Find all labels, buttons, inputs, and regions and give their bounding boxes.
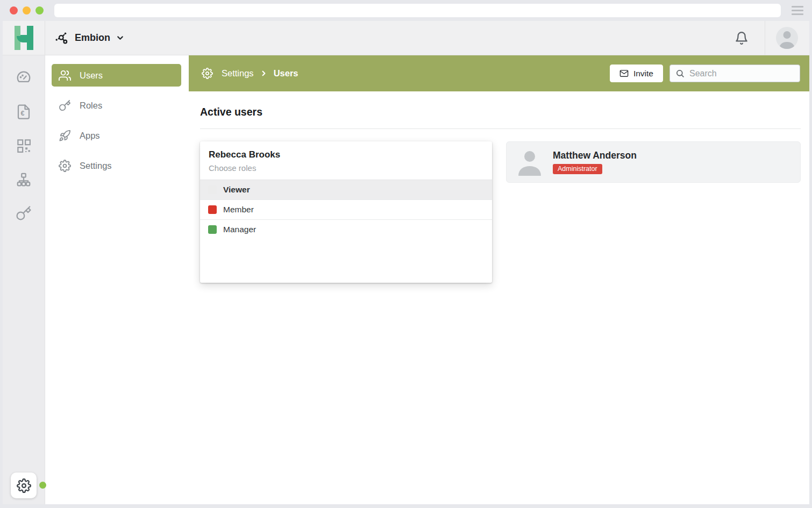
role-color-swatch xyxy=(208,225,217,234)
chevron-right-icon xyxy=(260,69,268,77)
cards-row: Rebecca Brooks Choose roles Viewer Membe… xyxy=(200,141,801,283)
toolbar-actions: Invite xyxy=(610,65,800,82)
invite-button[interactable]: Invite xyxy=(610,65,663,82)
role-option-manager[interactable]: Manager xyxy=(200,219,492,239)
h-logo-icon xyxy=(13,26,34,50)
breadcrumb-users: Users xyxy=(274,68,298,78)
sidebar-nav: Users Roles Apps xyxy=(45,55,189,504)
breadcrumb-settings[interactable]: Settings xyxy=(222,68,254,78)
role-option-label: Viewer xyxy=(223,185,250,195)
key-icon xyxy=(59,99,71,112)
rocket-icon xyxy=(59,130,71,142)
avatar-silhouette-icon xyxy=(517,149,542,176)
browser-menu-icon[interactable] xyxy=(792,6,803,15)
svg-text:€: € xyxy=(21,110,25,117)
role-option-member[interactable]: Member xyxy=(200,199,492,219)
invite-button-label: Invite xyxy=(633,69,653,78)
app-body: € xyxy=(3,55,809,504)
sidebar-item-label: Settings xyxy=(80,161,112,171)
sidebar-item-label: Apps xyxy=(80,131,100,141)
content-area: Active users Rebecca Brooks Choose roles… xyxy=(189,91,809,504)
role-option-viewer[interactable]: Viewer xyxy=(200,180,492,199)
page-toolbar: Settings Users Invite xyxy=(189,55,809,91)
sidebar-item-settings[interactable]: Settings xyxy=(52,154,181,177)
user-card-info: Matthew Anderson Administrator xyxy=(553,150,637,174)
sitemap-icon[interactable] xyxy=(16,171,32,188)
avatar-silhouette-icon xyxy=(776,27,798,49)
role-picker-header: Rebecca Brooks Choose roles xyxy=(200,141,492,180)
search-input[interactable] xyxy=(689,69,794,78)
gear-icon xyxy=(59,160,71,172)
logo-cell[interactable] xyxy=(3,21,45,55)
role-option-label: Member xyxy=(223,205,254,214)
dashboard-gauge-icon[interactable] xyxy=(16,70,32,86)
close-window-button[interactable] xyxy=(10,6,18,15)
invoice-document-icon[interactable]: € xyxy=(16,104,32,120)
role-badge: Administrator xyxy=(553,164,602,174)
window-controls xyxy=(10,6,44,15)
notifications-bell-icon[interactable] xyxy=(735,31,749,45)
chevron-down-icon xyxy=(116,33,125,42)
sidebar-item-apps[interactable]: Apps xyxy=(52,124,181,147)
org-switcher[interactable]: Embion xyxy=(54,31,125,46)
rail-bottom xyxy=(11,473,37,498)
main-area: Settings Users Invite xyxy=(189,55,809,504)
user-card[interactable]: Matthew Anderson Administrator xyxy=(506,141,801,183)
role-picker-card: Rebecca Brooks Choose roles Viewer Membe… xyxy=(200,141,492,283)
qr-code-icon[interactable] xyxy=(16,138,32,154)
icon-rail: € xyxy=(3,55,45,504)
breadcrumb: Settings Users xyxy=(202,68,298,79)
app-header: Embion xyxy=(3,21,809,55)
user-avatar[interactable] xyxy=(776,27,798,49)
mail-icon xyxy=(619,69,629,78)
gear-icon xyxy=(17,478,31,493)
gear-icon xyxy=(202,68,213,79)
app-window: Embion xyxy=(3,21,809,504)
sidebar-item-users[interactable]: Users xyxy=(52,64,181,87)
key-icon[interactable] xyxy=(16,205,32,221)
page-title: Active users xyxy=(200,106,801,118)
role-color-swatch xyxy=(208,185,217,194)
search-box xyxy=(669,65,800,82)
role-picker-user-name: Rebecca Brooks xyxy=(209,149,483,160)
role-picker-subtitle: Choose roles xyxy=(209,163,483,173)
search-icon xyxy=(675,69,685,78)
hub-network-icon xyxy=(54,31,69,46)
browser-chrome xyxy=(0,0,812,21)
maximize-window-button[interactable] xyxy=(35,6,44,15)
sidebar-item-label: Users xyxy=(80,70,103,81)
sidebar-item-roles[interactable]: Roles xyxy=(52,94,181,117)
role-color-swatch xyxy=(208,205,217,214)
status-dot xyxy=(39,482,46,489)
system-settings-button[interactable] xyxy=(11,473,37,498)
org-name: Embion xyxy=(75,32,110,44)
header-divider xyxy=(765,21,765,55)
minimize-window-button[interactable] xyxy=(23,6,31,15)
users-icon xyxy=(59,69,71,82)
sidebar-item-label: Roles xyxy=(80,101,102,111)
address-bar[interactable] xyxy=(54,4,781,17)
user-name: Matthew Anderson xyxy=(553,150,637,161)
header-right xyxy=(735,21,809,55)
role-option-label: Manager xyxy=(223,225,256,234)
title-divider xyxy=(200,128,801,129)
